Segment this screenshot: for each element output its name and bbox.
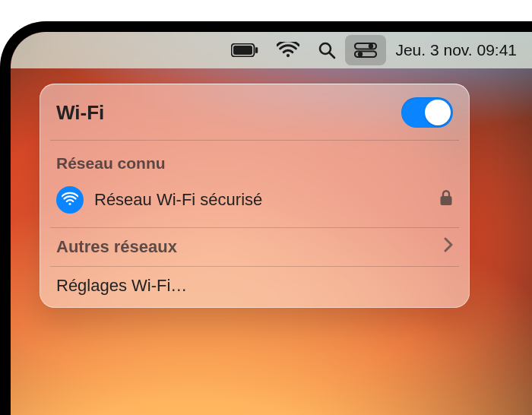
wifi-settings-row[interactable]: Réglages Wi-Fi… [40,268,470,303]
svg-rect-1 [233,46,252,55]
other-networks-row[interactable]: Autres réseaux [40,230,470,265]
wifi-icon [277,42,299,59]
svg-rect-9 [441,196,452,205]
device-bezel: Jeu. 3 nov. 09:41 Wi-Fi Réseau connu [0,21,532,415]
wifi-panel: Wi-Fi Réseau connu Réseau Wi-Fi [40,84,470,308]
lock-icon [439,189,453,211]
wifi-toggle[interactable] [401,97,453,128]
known-network-name: Réseau Wi-Fi sécurisé [94,190,262,210]
svg-point-6 [369,44,373,49]
wifi-panel-title: Wi-Fi [56,101,104,125]
menu-control-center[interactable] [345,35,386,65]
screen: Jeu. 3 nov. 09:41 Wi-Fi Réseau connu [11,32,532,415]
control-center-icon [354,42,377,59]
divider [50,266,459,267]
other-networks-label: Autres réseaux [56,237,177,257]
menu-spotlight[interactable] [309,35,345,65]
menu-bar: Jeu. 3 nov. 09:41 [11,32,532,68]
wifi-settings-label: Réglages Wi-Fi… [56,276,187,296]
chevron-right-icon [444,237,453,257]
menu-battery[interactable] [222,35,268,65]
wifi-panel-header: Wi-Fi [40,87,470,138]
battery-icon [231,43,258,57]
menu-datetime[interactable]: Jeu. 3 nov. 09:41 [386,41,517,59]
wifi-network-icon [56,186,84,214]
svg-point-8 [358,52,363,56]
divider [50,227,459,228]
known-network-row[interactable]: Réseau Wi-Fi sécurisé [40,180,470,226]
search-icon [318,41,336,59]
svg-line-4 [330,53,335,59]
toggle-knob [425,100,451,125]
divider [50,140,459,141]
known-network-section-label: Réseau connu [40,142,470,180]
menu-wifi[interactable] [268,35,309,65]
svg-rect-2 [255,47,258,53]
